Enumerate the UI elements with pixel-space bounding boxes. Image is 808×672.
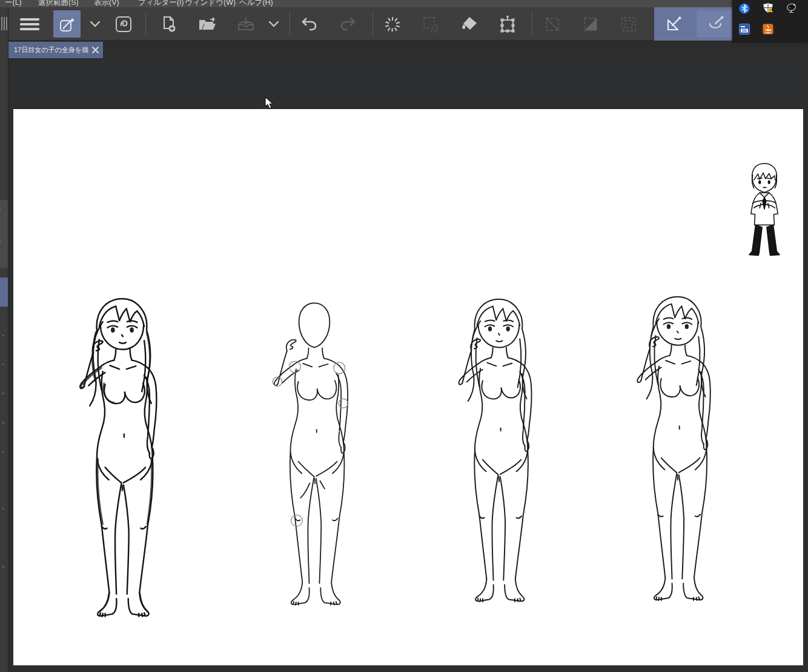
security-shield-warning-icon[interactable] <box>763 2 773 13</box>
system-tray-popup <box>732 0 808 42</box>
snap-to-ruler-button[interactable] <box>654 10 692 38</box>
figure-mannequin <box>263 295 365 639</box>
palette-dot <box>2 393 4 394</box>
chevron-up-icon[interactable]: ⌃ <box>0 207 2 215</box>
palette-dot <box>2 508 4 510</box>
chevron-down-icon <box>268 21 279 28</box>
redo-arrow-icon <box>339 16 357 32</box>
figure-chibi-character <box>747 160 782 265</box>
save-canvas-button[interactable] <box>232 10 259 38</box>
menu-filter[interactable]: フィルター(I) <box>138 0 184 7</box>
close-icon[interactable] <box>91 46 99 54</box>
invert-selection-button[interactable] <box>577 10 604 38</box>
hamburger-icon <box>19 16 41 32</box>
figure-rough-sketch-girl <box>67 294 176 652</box>
selection-border-icon <box>620 15 638 33</box>
clear-outside-selection-button[interactable] <box>417 10 444 38</box>
scale-rotate-button[interactable] <box>494 10 521 38</box>
clear-button[interactable] <box>379 10 406 38</box>
clip-studio-logo-icon <box>114 15 133 33</box>
figure-lineart-girl-a <box>447 295 549 636</box>
pen-tool-button[interactable] <box>53 10 81 38</box>
palette-grip-icon <box>1 17 2 30</box>
toolbar-separator <box>532 12 532 36</box>
mouse-cursor-icon <box>265 96 274 110</box>
command-bar <box>8 7 808 41</box>
pen-tool-icon <box>58 15 76 33</box>
deselect-icon <box>543 15 561 33</box>
tab-title: 17日目女の子の全身を描こう <box>14 45 88 55</box>
chevron-down-icon <box>90 21 101 28</box>
palette-dot <box>2 364 4 365</box>
snap-to-special-ruler-button[interactable] <box>697 10 735 38</box>
redo-button[interactable] <box>334 10 361 38</box>
palette-dot <box>2 451 4 453</box>
burst-icon <box>383 15 402 33</box>
palette-dot <box>2 334 4 336</box>
palette-grip-icon <box>6 17 7 30</box>
tab-active-document[interactable]: 17日目女の子の全身を描こう <box>8 42 103 58</box>
toolbar-separator <box>290 12 290 36</box>
canvas-viewport[interactable] <box>8 58 808 672</box>
menu-window[interactable]: ウィンドウ(W) <box>185 0 236 7</box>
main-menu-button[interactable] <box>16 10 43 38</box>
menu-view[interactable]: 表示(V) <box>94 0 119 7</box>
figure-lineart-girl-b <box>625 293 728 634</box>
save-tray-icon <box>237 16 255 33</box>
undo-button[interactable] <box>296 10 323 38</box>
selected-tool-sliver[interactable] <box>0 278 8 307</box>
palette-dot <box>2 422 4 424</box>
open-file-button[interactable] <box>194 10 221 38</box>
snap-ruler-icon <box>664 15 683 33</box>
tool-variant-dropdown[interactable] <box>85 10 105 38</box>
palette-grip-icon <box>4 17 5 30</box>
menu-bar: ー(L) 選択範囲(S) 表示(V) フィルター(I) ウィンドウ(W) ヘルプ… <box>0 0 808 7</box>
selection-border-button[interactable] <box>615 10 642 38</box>
bluetooth-icon[interactable] <box>739 3 750 14</box>
palette-dot <box>2 566 4 568</box>
tool-palette-edge[interactable]: ⌃ ⌄ <box>0 7 8 672</box>
canvas-tab-bar: 17日目女の子の全身を描こう <box>8 41 808 58</box>
java-update-icon[interactable] <box>763 24 773 35</box>
save-dropdown[interactable] <box>263 10 284 38</box>
new-canvas-button[interactable] <box>155 10 182 38</box>
paint-bucket-icon <box>460 16 479 33</box>
open-folder-icon <box>198 16 217 33</box>
menu-selection[interactable]: 選択範囲(S) <box>38 0 79 7</box>
deselect-button[interactable] <box>538 10 566 38</box>
chevron-down-icon[interactable]: ⌄ <box>0 236 2 244</box>
toolbar-separator <box>145 12 146 36</box>
undo-arrow-icon <box>300 16 319 32</box>
dashed-box-burst-icon <box>422 15 440 33</box>
new-document-icon <box>160 15 178 33</box>
clip-studio-launcher-button[interactable] <box>110 10 137 38</box>
transform-handles-icon <box>498 15 517 34</box>
audio-dish-icon[interactable] <box>786 2 797 13</box>
toolbar-separator <box>373 12 373 36</box>
fill-button[interactable] <box>455 10 483 38</box>
input-method-icon[interactable] <box>739 24 750 35</box>
invert-selection-icon <box>581 15 600 33</box>
menu-layer[interactable]: ー(L) <box>5 0 22 7</box>
snap-toggle-group <box>654 7 739 41</box>
drawing-canvas[interactable] <box>13 109 803 665</box>
snap-curve-icon <box>707 15 725 33</box>
menu-help[interactable]: ヘルプ(H) <box>239 0 273 7</box>
app-window: ー(L) 選択範囲(S) 表示(V) フィルター(I) ウィンドウ(W) ヘルプ… <box>0 0 808 672</box>
